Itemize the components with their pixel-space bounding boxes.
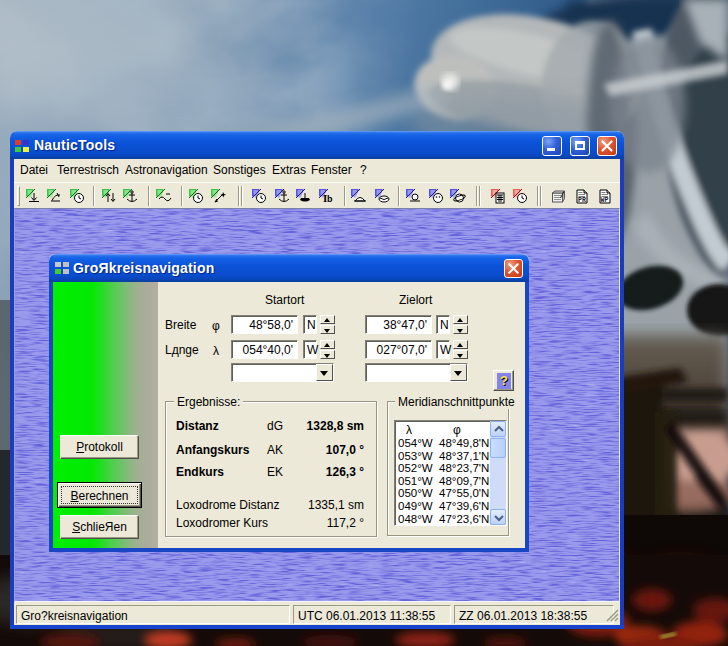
svg-text:WP: WP <box>601 197 609 204</box>
svg-text:b: b <box>327 194 333 204</box>
svg-text:PR: PR <box>578 197 586 204</box>
